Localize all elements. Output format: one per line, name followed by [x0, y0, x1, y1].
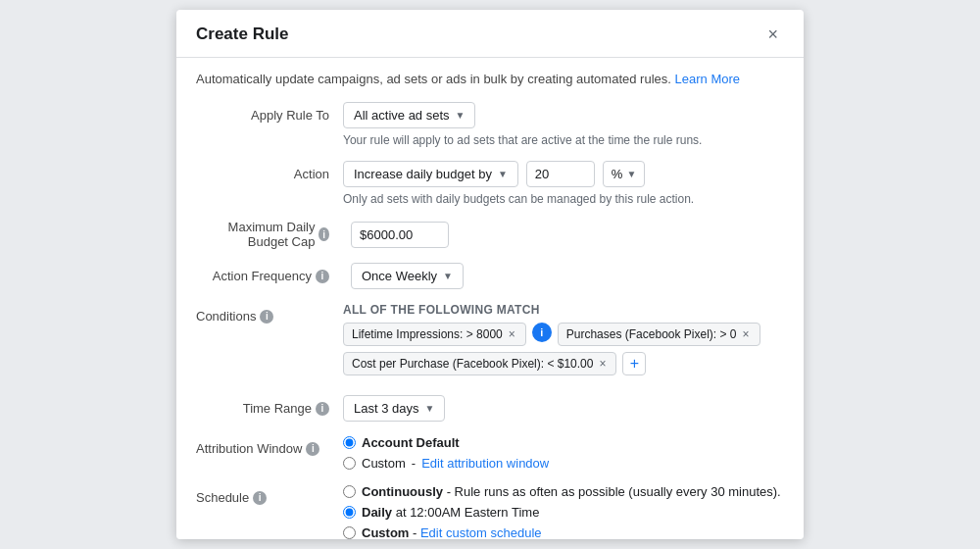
- action-dropdown[interactable]: Increase daily budget by ▼: [343, 161, 518, 187]
- remove-condition-button[interactable]: ×: [507, 327, 517, 341]
- remove-condition-button[interactable]: ×: [597, 357, 608, 371]
- attribution-account-default-radio[interactable]: [343, 436, 356, 449]
- attribution-window-label: Attribution Window i: [196, 435, 343, 456]
- schedule-continuously-option[interactable]: Continuously - Rule runs as often as pos…: [343, 484, 784, 499]
- modal-header: Create Rule ×: [176, 10, 804, 58]
- info-icon[interactable]: i: [316, 270, 329, 283]
- schedule-daily-option[interactable]: Daily at 12:00AM Eastern Time: [343, 505, 784, 520]
- learn-more-link[interactable]: Learn More: [675, 72, 740, 86]
- intro-text: Automatically update campaigns, ad sets …: [196, 72, 784, 86]
- action-frequency-dropdown[interactable]: Once Weekly ▼: [351, 263, 464, 289]
- condition-tag-impressions: Lifetime Impressions: > 8000 ×: [343, 323, 526, 346]
- modal-body: Automatically update campaigns, ad sets …: [176, 58, 804, 539]
- info-icon[interactable]: i: [318, 227, 329, 241]
- budget-cap-row: Maximum Daily Budget Cap i: [196, 220, 784, 249]
- attribution-custom-radio[interactable]: [343, 457, 356, 470]
- action-number-input[interactable]: [526, 161, 595, 187]
- info-icon[interactable]: i: [316, 402, 329, 416]
- unit-dropdown[interactable]: % ▼: [603, 161, 645, 187]
- edit-attribution-window-link[interactable]: Edit attribution window: [421, 456, 549, 471]
- action-content: Increase daily budget by ▼ % ▼ Only ad s…: [343, 161, 784, 206]
- modal-title: Create Rule: [196, 25, 288, 44]
- attribution-window-row: Attribution Window i Account Default Cus…: [196, 435, 784, 471]
- conditions-label: Conditions i: [196, 303, 343, 324]
- info-icon[interactable]: i: [253, 491, 267, 505]
- schedule-continuously-radio[interactable]: [343, 485, 356, 498]
- attribution-account-default-option[interactable]: Account Default: [343, 435, 784, 450]
- schedule-label: Schedule i: [196, 484, 343, 505]
- time-range-dropdown[interactable]: Last 3 days ▼: [343, 395, 445, 422]
- action-frequency-label: Action Frequency i: [196, 269, 343, 283]
- schedule-options: Continuously - Rule runs as often as pos…: [343, 484, 784, 539]
- apply-rule-row: Apply Rule To All active ad sets ▼ Your …: [196, 102, 784, 147]
- apply-rule-content: All active ad sets ▼ Your rule will appl…: [343, 102, 784, 147]
- attribution-custom-option[interactable]: Custom - Edit attribution window: [343, 456, 784, 471]
- action-hint: Only ad sets with daily budgets can be m…: [343, 192, 784, 206]
- info-icon[interactable]: i: [306, 442, 319, 456]
- apply-rule-hint: Your rule will apply to ad sets that are…: [343, 133, 784, 147]
- conditions-content: ALL of the following match Lifetime Impr…: [343, 303, 784, 381]
- action-label: Action: [196, 161, 343, 181]
- chevron-down-icon: ▼: [626, 169, 636, 179]
- chevron-down-icon: ▼: [443, 271, 453, 281]
- schedule-daily-radio[interactable]: [343, 506, 356, 519]
- modal-overlay: Create Rule × Automatically update campa…: [0, 0, 980, 549]
- budget-cap-input[interactable]: [351, 222, 449, 248]
- conditions-tags-row1: Lifetime Impressions: > 8000 × i Purchas…: [343, 323, 784, 346]
- info-icon[interactable]: i: [260, 310, 273, 324]
- chevron-down-icon: ▼: [498, 169, 508, 179]
- apply-rule-dropdown[interactable]: All active ad sets ▼: [343, 102, 475, 128]
- schedule-row: Schedule i Continuously - Rule runs as o…: [196, 484, 784, 539]
- action-frequency-row: Action Frequency i Once Weekly ▼: [196, 263, 784, 289]
- condition-tag-cost-per-purchase: Cost per Purchase (Facebook Pixel): < $1…: [343, 352, 616, 375]
- create-rule-modal: Create Rule × Automatically update campa…: [176, 10, 804, 539]
- budget-cap-label: Maximum Daily Budget Cap i: [196, 220, 343, 249]
- apply-rule-label: Apply Rule To: [196, 102, 343, 123]
- attribution-window-options: Account Default Custom - Edit attributio…: [343, 435, 784, 471]
- chevron-down-icon: ▼: [456, 110, 466, 121]
- add-condition-button[interactable]: +: [622, 352, 646, 375]
- conditions-tags-row2: Cost per Purchase (Facebook Pixel): < $1…: [343, 352, 784, 375]
- conditions-row: Conditions i ALL of the following match …: [196, 303, 784, 381]
- conditions-match-text: ALL of the following match: [343, 303, 784, 317]
- action-controls: Increase daily budget by ▼ % ▼: [343, 161, 784, 187]
- action-row: Action Increase daily budget by ▼ % ▼: [196, 161, 784, 206]
- close-button[interactable]: ×: [761, 24, 784, 45]
- time-range-label: Time Range i: [196, 401, 343, 416]
- condition-tag-purchases: Purchases (Facebook Pixel): > 0 ×: [558, 323, 760, 346]
- schedule-custom-option[interactable]: Custom - Edit custom schedule: [343, 525, 784, 539]
- edit-custom-schedule-link[interactable]: Edit custom schedule: [420, 525, 542, 539]
- time-range-row: Time Range i Last 3 days ▼: [196, 395, 784, 422]
- info-circle-blue-icon[interactable]: i: [532, 323, 552, 342]
- schedule-custom-radio[interactable]: [343, 526, 356, 539]
- chevron-down-icon: ▼: [425, 403, 435, 414]
- remove-condition-button[interactable]: ×: [741, 327, 752, 341]
